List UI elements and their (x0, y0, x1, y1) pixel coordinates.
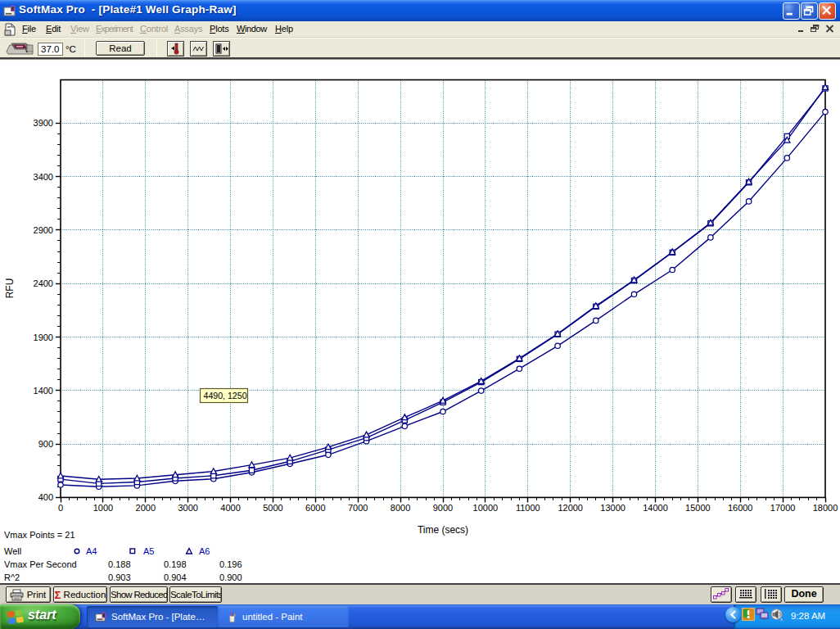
svg-text:6000: 6000 (305, 503, 325, 513)
svg-text:5000: 5000 (263, 503, 282, 513)
svg-text:0.900: 0.900 (219, 572, 242, 582)
svg-text:A4: A4 (86, 546, 97, 556)
svg-text:11000: 11000 (516, 503, 540, 513)
svg-text:A6: A6 (199, 546, 210, 556)
svg-text:0.196: 0.196 (219, 559, 242, 569)
svg-text:1900: 1900 (34, 333, 53, 342)
svg-text:17000: 17000 (770, 503, 796, 513)
svg-text:3000: 3000 (178, 503, 197, 513)
svg-text:Well: Well (4, 546, 21, 556)
svg-text:0.904: 0.904 (164, 572, 187, 582)
svg-text:14000: 14000 (643, 503, 668, 513)
svg-text:7000: 7000 (348, 503, 368, 513)
svg-text:900: 900 (38, 439, 53, 449)
svg-text:400: 400 (38, 492, 53, 502)
svg-text:R^2: R^2 (4, 572, 20, 582)
svg-text:12000: 12000 (558, 503, 583, 513)
svg-text:2000: 2000 (136, 503, 156, 513)
svg-text:13000: 13000 (600, 503, 625, 513)
svg-text:0: 0 (58, 503, 63, 513)
svg-text:18000: 18000 (813, 503, 838, 513)
svg-text:0.903: 0.903 (108, 572, 131, 582)
svg-text:1400: 1400 (34, 386, 53, 396)
svg-text:0.188: 0.188 (108, 559, 131, 569)
svg-text:3900: 3900 (34, 118, 53, 128)
svg-text:15000: 15000 (685, 503, 711, 513)
svg-text:RFU: RFU (4, 278, 16, 299)
svg-text:9000: 9000 (433, 503, 453, 513)
svg-text:4000: 4000 (220, 503, 240, 513)
svg-text:Vmax Points = 21: Vmax Points = 21 (4, 530, 75, 540)
svg-text:8000: 8000 (391, 503, 410, 513)
svg-text:Vmax Per Second: Vmax Per Second (4, 559, 77, 569)
svg-text:10000: 10000 (473, 503, 499, 513)
svg-text:A5: A5 (143, 546, 154, 556)
svg-text:2900: 2900 (34, 225, 53, 235)
svg-text:3400: 3400 (34, 172, 53, 182)
svg-text:16000: 16000 (728, 503, 753, 513)
svg-text:Time (secs): Time (secs) (418, 524, 468, 536)
svg-text:4490, 1250: 4490, 1250 (204, 391, 247, 400)
svg-text:2400: 2400 (34, 278, 53, 288)
svg-text:1000: 1000 (93, 503, 113, 513)
svg-text:0.198: 0.198 (164, 559, 187, 569)
